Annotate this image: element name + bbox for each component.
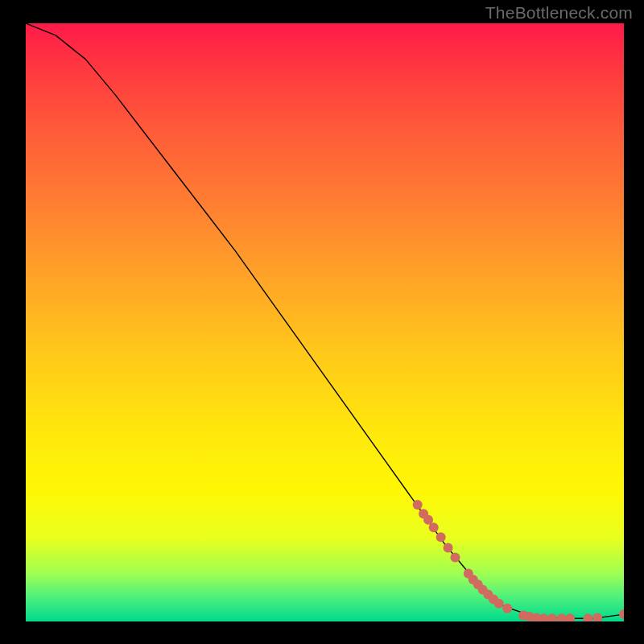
data-point	[464, 569, 473, 579]
data-point	[413, 500, 423, 510]
data-point	[478, 585, 488, 595]
data-point	[444, 543, 453, 553]
data-point	[473, 580, 483, 589]
data-point	[557, 613, 567, 621]
data-point	[429, 522, 439, 532]
bottleneck-curve	[26, 23, 624, 618]
points-layer	[26, 23, 624, 621]
data-point	[469, 575, 478, 584]
data-point	[539, 613, 548, 621]
data-point	[494, 599, 504, 609]
data-point	[450, 552, 460, 562]
data-point	[547, 613, 557, 621]
data-point	[592, 613, 602, 621]
data-point	[423, 515, 433, 525]
data-point	[419, 509, 428, 518]
data-point	[525, 612, 535, 621]
watermark-text: TheBottleneck.com	[485, 3, 633, 23]
data-point	[532, 613, 542, 621]
data-point	[518, 611, 528, 621]
data-point	[583, 613, 592, 621]
chart-plot-area	[26, 23, 624, 621]
data-point	[483, 590, 493, 600]
data-point	[565, 613, 575, 621]
data-point	[489, 595, 498, 605]
data-point	[619, 609, 624, 619]
data-point	[502, 604, 512, 613]
curve-layer	[26, 23, 624, 621]
data-point	[436, 532, 446, 542]
